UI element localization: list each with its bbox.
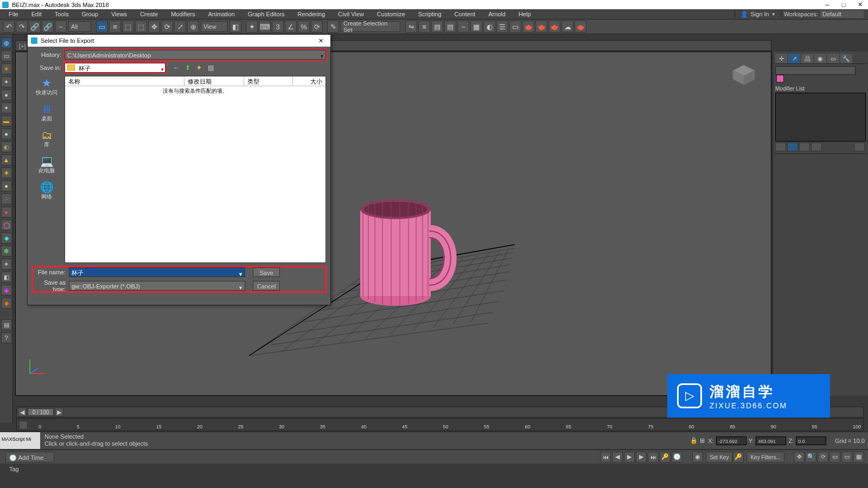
teapot-icon[interactable]: ◐ — [1, 142, 12, 152]
time-tag-button[interactable]: 🕓 Add Time Tag — [5, 452, 54, 463]
cmdtab-hierarchy[interactable]: 品 — [801, 54, 813, 63]
layer-icon[interactable]: ▤ — [1, 319, 12, 330]
rendered-frame-button[interactable]: ▭ — [509, 21, 521, 33]
history-dropdown[interactable]: C:\Users\Administrator\Desktop ▼ — [65, 50, 326, 60]
cone-icon[interactable]: ▲ — [1, 155, 12, 165]
menu-arnold[interactable]: Arnold — [482, 9, 512, 19]
placement-button[interactable]: ⊕ — [187, 21, 199, 33]
nav-zoom-ext-button[interactable]: ▭ — [829, 452, 840, 463]
file-list[interactable]: 名称 修改日期 类型 大小 没有与搜索条件匹配的项。 — [65, 76, 326, 263]
layer-explorer-button[interactable]: ▤ — [431, 21, 443, 33]
stack-unique-button[interactable] — [799, 143, 810, 151]
select-object-button[interactable]: ▭ — [96, 21, 108, 33]
menu-grapheditors[interactable]: Graph Editors — [241, 9, 291, 19]
cmdtab-create[interactable]: ✛ — [775, 54, 787, 63]
cmdtab-modify[interactable]: ↗ — [788, 54, 800, 63]
render-setup-button[interactable]: ☰ — [496, 21, 508, 33]
menu-group[interactable]: Group — [75, 9, 105, 19]
menu-create[interactable]: Create — [133, 9, 164, 19]
geosphere-icon[interactable]: ● — [1, 129, 12, 139]
pyramid-icon[interactable]: ◆ — [1, 233, 12, 243]
helpers-icon[interactable]: ✦ — [1, 259, 12, 269]
nav-orbit-button[interactable]: ⟳ — [818, 452, 828, 463]
set-key-button[interactable]: Set Key — [706, 452, 732, 463]
prev-frame-button[interactable]: ◀ — [612, 452, 623, 463]
menu-rendering[interactable]: Rendering — [291, 9, 332, 19]
rotate-button[interactable]: ⟳ — [161, 21, 173, 33]
goto-end-button[interactable]: ⏭ — [648, 452, 659, 463]
render-prod-button[interactable]: 🫖 — [522, 21, 534, 33]
nav-pan-button[interactable]: ✥ — [794, 452, 805, 463]
select-manipulate-button[interactable]: ✦ — [246, 21, 258, 33]
particles-icon[interactable]: ∴ — [1, 194, 12, 204]
timeslider-thumb[interactable]: 0 / 100 — [28, 408, 54, 416]
named-sel-combo[interactable]: Create Selection Set — [341, 21, 400, 32]
timeslider-next-button[interactable]: ▶ — [55, 408, 63, 416]
menu-customize[interactable]: Customize — [371, 9, 412, 19]
timeslider-prev-button[interactable]: ◀ — [18, 408, 27, 416]
select-display-icon[interactable]: ▭ — [1, 50, 12, 61]
material-editor-button[interactable]: ◐ — [483, 21, 495, 33]
place-thispc[interactable]: 💻此电脑 — [32, 155, 61, 175]
col-name[interactable]: 名称 — [65, 76, 184, 86]
bind-space-warp-button[interactable]: ~ — [55, 21, 67, 33]
place-quick-access[interactable]: ★快速访问 — [32, 77, 61, 97]
col-size[interactable]: 大小 — [293, 76, 326, 86]
play-button[interactable]: ▶ — [624, 452, 635, 463]
workspaces-dropdown[interactable]: Default — [820, 10, 864, 18]
spacewarps-icon[interactable]: ◉ — [1, 285, 12, 296]
nav-maximize-button[interactable]: ▦ — [853, 452, 864, 463]
gizmo-icon[interactable]: ✦ — [1, 102, 12, 113]
maxscript-mini-listener[interactable]: MAXScript Mi — [0, 432, 40, 449]
signin-button[interactable]: 👤 Sign In ▼ — [735, 11, 781, 18]
cmdtab-motion[interactable]: ◉ — [814, 54, 826, 63]
minimize-button[interactable]: ─ — [819, 0, 835, 9]
up-button[interactable]: ⬆ — [183, 63, 193, 73]
ref-coord-combo[interactable]: View — [201, 21, 228, 32]
menu-help[interactable]: Help — [512, 9, 538, 19]
box-icon[interactable]: ▬ — [1, 115, 12, 126]
redo-button[interactable]: ↷ — [16, 21, 28, 33]
x-field[interactable]: -273.692 — [716, 436, 746, 445]
place-desktop[interactable]: 🖥桌面 — [32, 103, 61, 123]
place-network[interactable]: 🌐网络 — [32, 181, 61, 201]
key-mode-button[interactable]: 🔑 — [660, 452, 671, 463]
render-activeshade-button[interactable]: 🫖 — [548, 21, 560, 33]
align-button[interactable]: ≡ — [418, 21, 430, 33]
systems-icon[interactable]: ◧ — [1, 272, 12, 282]
standard-primitives-icon[interactable]: ◍ — [1, 37, 12, 48]
cancel-button[interactable]: Cancel — [253, 281, 280, 291]
views-button[interactable]: ▤ — [206, 63, 215, 73]
tube-icon[interactable]: ● — [1, 207, 12, 217]
lock-icon[interactable]: 🔒 — [690, 437, 698, 444]
filename-input[interactable]: 杯子 ▼ — [69, 267, 245, 277]
stack-show-button[interactable] — [787, 143, 798, 151]
schematic-view-button[interactable]: ▦ — [470, 21, 482, 33]
trackbar-open-button[interactable] — [19, 421, 28, 429]
select-by-name-button[interactable]: ≡ — [109, 21, 121, 33]
stack-pin-button[interactable] — [775, 143, 786, 151]
stack-configure-button[interactable] — [854, 143, 865, 151]
track-bar[interactable]: 0 5 10 15 20 25 30 35 40 45 50 55 60 65 … — [16, 418, 864, 431]
nav-fov-button[interactable]: ▭ — [841, 452, 852, 463]
curve-editor-button[interactable]: ~ — [457, 21, 469, 33]
dialog-titlebar[interactable]: Select File to Export ✕ — [28, 35, 330, 47]
savetype-dropdown[interactable]: gw::OBJ-Exporter (*.OBJ) ▼ — [69, 281, 245, 291]
menu-edit[interactable]: Edit — [25, 9, 48, 19]
angle-snap-button[interactable]: ∠ — [285, 21, 297, 33]
torus-icon[interactable]: ◯ — [1, 220, 12, 230]
cylinder-icon[interactable]: ● — [1, 181, 12, 191]
time-config-button[interactable]: 🕓 — [672, 452, 682, 463]
new-folder-button[interactable]: ✦ — [194, 63, 204, 73]
nurbs-icon[interactable]: ◆ — [1, 298, 12, 309]
menu-content[interactable]: Content — [448, 9, 482, 19]
mirror-button[interactable]: ⇋ — [405, 21, 417, 33]
menu-scripting[interactable]: Scripting — [412, 9, 448, 19]
use-pivot-button[interactable]: ◧ — [229, 21, 241, 33]
menu-file[interactable]: File — [2, 9, 25, 19]
unlink-button[interactable]: 🔗 — [42, 21, 54, 33]
omni-light-icon[interactable]: ☀ — [1, 168, 12, 178]
goto-start-button[interactable]: ⏮ — [600, 452, 611, 463]
cmdtab-display[interactable]: ▭ — [827, 54, 839, 63]
toggle-ribbon-button[interactable]: ▤ — [444, 21, 456, 33]
